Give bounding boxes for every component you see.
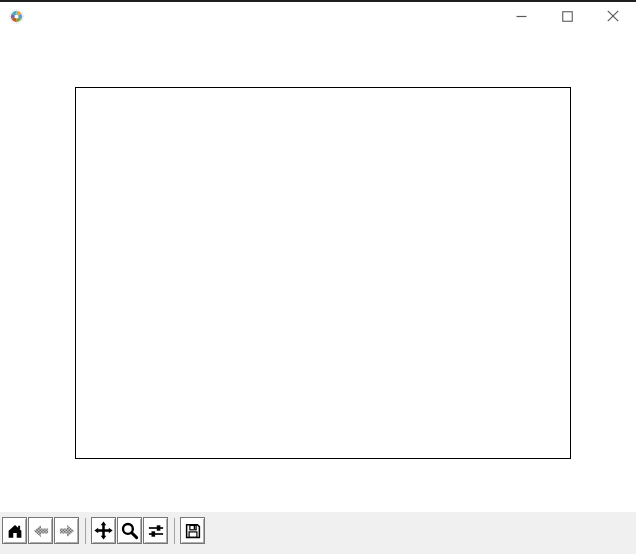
- back-icon: [32, 522, 50, 540]
- navigation-toolbar: [0, 512, 636, 554]
- maximize-icon: [562, 11, 573, 22]
- close-button[interactable]: [590, 2, 636, 30]
- configure-subplots-button[interactable]: [143, 517, 168, 544]
- minimize-icon: [516, 11, 527, 22]
- zoom-rect-button[interactable]: [117, 517, 142, 544]
- minimize-button[interactable]: [498, 2, 544, 30]
- plot-area[interactable]: [76, 88, 570, 458]
- home-icon: [6, 522, 24, 540]
- pan-icon: [94, 521, 113, 540]
- forward-button[interactable]: [54, 517, 79, 544]
- toolbar-separator: [174, 518, 175, 544]
- maximize-button[interactable]: [544, 2, 590, 30]
- titlebar: [0, 2, 636, 30]
- matplotlib-logo-icon: [9, 9, 24, 24]
- toolbar-separator: [85, 518, 86, 544]
- pan-button[interactable]: [91, 517, 116, 544]
- window-controls: [498, 2, 636, 30]
- waveform-plot: [76, 88, 570, 458]
- close-icon: [607, 10, 619, 22]
- configure-subplots-icon: [147, 522, 165, 540]
- save-button[interactable]: [180, 517, 205, 544]
- back-button[interactable]: [28, 517, 53, 544]
- zoom-rect-icon: [120, 521, 139, 540]
- save-icon: [184, 522, 202, 540]
- figure-canvas: [0, 30, 636, 512]
- forward-icon: [58, 522, 76, 540]
- home-button[interactable]: [2, 517, 27, 544]
